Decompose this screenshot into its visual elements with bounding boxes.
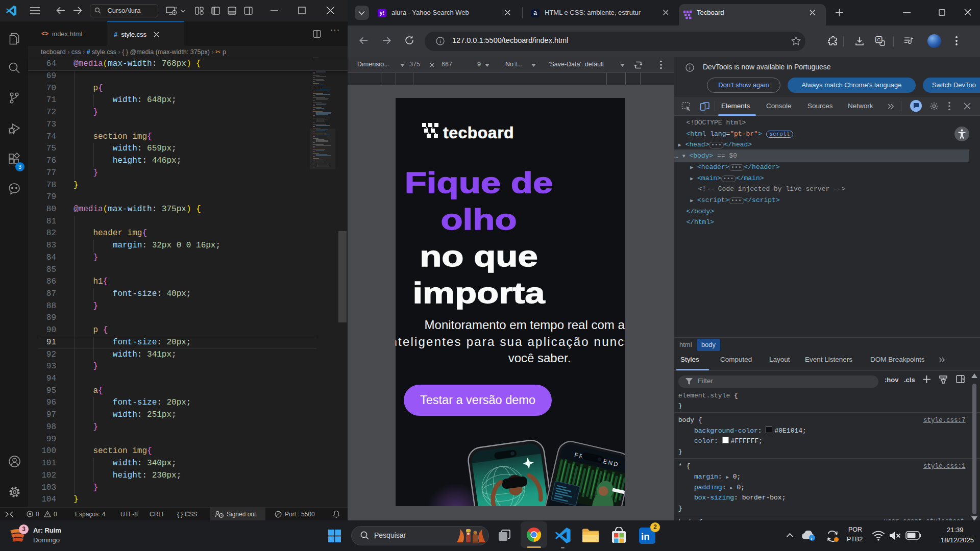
svg-text:in: in [641,531,650,542]
svg-text:G: G [877,37,880,42]
